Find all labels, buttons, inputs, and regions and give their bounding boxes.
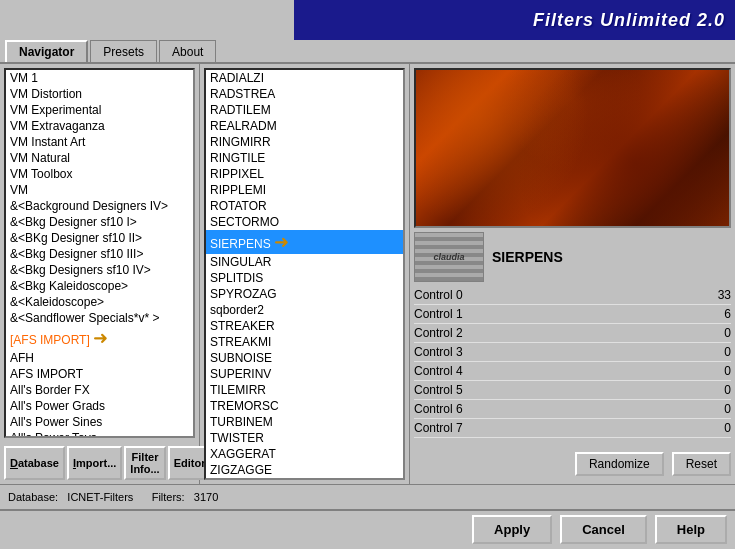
- list-item[interactable]: All's Border FX: [6, 382, 193, 398]
- filter-info-button[interactable]: Filter Info...: [124, 446, 165, 480]
- tab-presets[interactable]: Presets: [90, 40, 157, 62]
- selected-filter-name: SIERPENS: [492, 249, 563, 265]
- database-status: Database: ICNET-Filters Filters: 3170: [8, 491, 218, 503]
- status-bar: Database: ICNET-Filters Filters: 3170: [0, 484, 735, 509]
- control-row: Control 3 0: [414, 343, 731, 362]
- list-item[interactable]: RADIALZI: [206, 70, 403, 86]
- list-item[interactable]: sqborder2: [206, 302, 403, 318]
- list-item[interactable]: XAGGERAT: [206, 446, 403, 462]
- right-bottom-buttons: Randomize Reset: [414, 448, 731, 480]
- left-panel: VM 1 VM Distortion VM Experimental VM Ex…: [0, 64, 200, 484]
- import-button[interactable]: Import...: [67, 446, 122, 480]
- thumbnail: claudia: [414, 232, 484, 282]
- database-button[interactable]: Database: [4, 446, 65, 480]
- list-item[interactable]: RADTILEM: [206, 102, 403, 118]
- control-label: Control 5: [414, 383, 701, 397]
- app-title: Filters Unlimited 2.0: [533, 10, 725, 31]
- list-item[interactable]: VM Experimental: [6, 102, 193, 118]
- control-value: 0: [701, 383, 731, 397]
- reset-button[interactable]: Reset: [672, 452, 731, 476]
- list-item[interactable]: All's Power Sines: [6, 414, 193, 430]
- control-label: Control 7: [414, 421, 701, 435]
- cancel-button[interactable]: Cancel: [560, 515, 647, 544]
- help-button[interactable]: Help: [655, 515, 727, 544]
- control-value: 0: [701, 402, 731, 416]
- list-item[interactable]: SINGULAR: [206, 254, 403, 270]
- list-item[interactable]: RIPPIXEL: [206, 166, 403, 182]
- preview-noise: [416, 70, 729, 226]
- bottom-bar: Apply Cancel Help: [0, 509, 735, 547]
- list-item[interactable]: REALRADM: [206, 118, 403, 134]
- list-item[interactable]: VM Natural: [6, 150, 193, 166]
- control-label: Control 3: [414, 345, 701, 359]
- list-item[interactable]: All's Power Grads: [6, 398, 193, 414]
- list-item[interactable]: &<Bkg Kaleidoscope>: [6, 278, 193, 294]
- list-item[interactable]: VM Toolbox: [6, 166, 193, 182]
- list-item[interactable]: &<Kaleidoscope>: [6, 294, 193, 310]
- control-value: 0: [701, 345, 731, 359]
- list-item[interactable]: &<Bkg Designer sf10 I>: [6, 214, 193, 230]
- thumbnail-stripes: claudia: [415, 233, 483, 281]
- list-item-sierpens[interactable]: SIERPENS ➜: [206, 230, 403, 254]
- tab-bar: Navigator Presets About: [0, 40, 735, 64]
- list-item[interactable]: RIPPLEMI: [206, 182, 403, 198]
- control-row: Control 6 0: [414, 400, 731, 419]
- main-content: VM 1 VM Distortion VM Experimental VM Ex…: [0, 64, 735, 484]
- control-value: 0: [701, 326, 731, 340]
- list-item-afs-import[interactable]: [AFS IMPORT] ➜: [6, 326, 193, 350]
- list-item[interactable]: TILEMIRR: [206, 382, 403, 398]
- list-item[interactable]: &<Sandflower Specials*v* >: [6, 310, 193, 326]
- list-item[interactable]: RINGMIRR: [206, 134, 403, 150]
- tab-about[interactable]: About: [159, 40, 216, 62]
- control-row: Control 7 0: [414, 419, 731, 438]
- list-item[interactable]: AFS IMPORT: [6, 366, 193, 382]
- list-item[interactable]: SPYROZAG: [206, 286, 403, 302]
- list-item[interactable]: SECTORMO: [206, 214, 403, 230]
- control-value: 33: [701, 288, 731, 302]
- list-item[interactable]: &<BKg Designer sf10 II>: [6, 230, 193, 246]
- list-item[interactable]: VM Extravaganza: [6, 118, 193, 134]
- list-item[interactable]: RADSTREA: [206, 86, 403, 102]
- category-list[interactable]: VM 1 VM Distortion VM Experimental VM Ex…: [4, 68, 195, 438]
- thumbnail-logo: claudia: [433, 252, 464, 262]
- apply-button[interactable]: Apply: [472, 515, 552, 544]
- control-row: Control 2 0: [414, 324, 731, 343]
- list-item[interactable]: VM Instant Art: [6, 134, 193, 150]
- control-label: Control 2: [414, 326, 701, 340]
- control-value: 0: [701, 421, 731, 435]
- list-item[interactable]: All's Power Toys: [6, 430, 193, 438]
- control-row: Control 1 6: [414, 305, 731, 324]
- list-item[interactable]: SUPERINV: [206, 366, 403, 382]
- list-item[interactable]: STREAKER: [206, 318, 403, 334]
- list-item[interactable]: &<Bkg Designer sf10 III>: [6, 246, 193, 262]
- control-row: Control 5 0: [414, 381, 731, 400]
- list-item[interactable]: RINGTILE: [206, 150, 403, 166]
- preview-image: [414, 68, 731, 228]
- list-item[interactable]: TREMORSC: [206, 398, 403, 414]
- control-label: Control 6: [414, 402, 701, 416]
- right-panel: claudia SIERPENS Control 0 33 Control 1 …: [410, 64, 735, 484]
- list-item[interactable]: TURBINEM: [206, 414, 403, 430]
- list-item[interactable]: VM: [6, 182, 193, 198]
- list-item[interactable]: VM 1: [6, 70, 193, 86]
- list-item[interactable]: STREAKMI: [206, 334, 403, 350]
- control-row: Control 0 33: [414, 286, 731, 305]
- list-item[interactable]: TWISTER: [206, 430, 403, 446]
- list-item[interactable]: ZIGZAGGE: [206, 462, 403, 478]
- list-item[interactable]: AFH: [6, 350, 193, 366]
- control-label: Control 1: [414, 307, 701, 321]
- list-item[interactable]: SUBNOISE: [206, 350, 403, 366]
- list-item[interactable]: VM Distortion: [6, 86, 193, 102]
- control-value: 0: [701, 364, 731, 378]
- filter-list[interactable]: RADIALZI RADSTREA RADTILEM REALRADM RING…: [204, 68, 405, 480]
- randomize-button[interactable]: Randomize: [575, 452, 664, 476]
- list-item[interactable]: SPLITDIS: [206, 270, 403, 286]
- list-item[interactable]: &<Bkg Designers sf10 IV>: [6, 262, 193, 278]
- thumbnail-area: claudia SIERPENS: [414, 228, 731, 286]
- control-label: Control 4: [414, 364, 701, 378]
- list-item[interactable]: &<Background Designers IV>: [6, 198, 193, 214]
- controls-table: Control 0 33 Control 1 6 Control 2 0 Con…: [414, 286, 731, 448]
- list-item[interactable]: ROTATOR: [206, 198, 403, 214]
- tab-navigator[interactable]: Navigator: [5, 40, 88, 62]
- control-label: Control 0: [414, 288, 701, 302]
